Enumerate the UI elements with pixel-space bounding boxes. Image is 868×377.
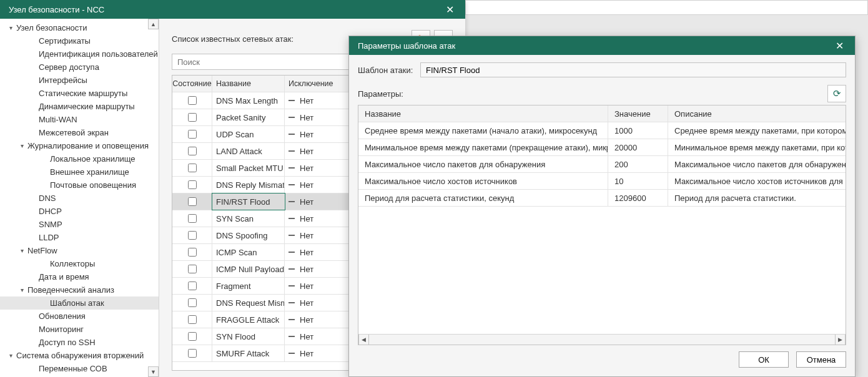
dash-icon [289,319,295,320]
state-cell [172,328,212,345]
tree-item[interactable]: Почтовые оповещения [0,179,159,192]
tree-item[interactable]: Интерфейсы [0,74,159,87]
tree-item[interactable]: Доступ по SSH [0,336,159,349]
exclusion-cell: Нет [285,210,336,227]
close-icon[interactable]: ✕ [440,0,459,19]
state-checkbox[interactable] [188,147,197,155]
tree-item-label: Доступ по SSH [37,338,96,347]
param-value[interactable]: 1209600 [608,190,668,206]
tree-item[interactable]: Локальное хранилище [0,152,159,165]
exclusion-value: Нет [300,130,313,139]
col-name[interactable]: Название [358,105,608,122]
param-value[interactable]: 20000 [608,139,668,155]
ok-button[interactable]: ОК [739,351,789,368]
state-checkbox[interactable] [188,298,197,307]
tree-item[interactable]: Шаблоны атак [0,296,159,310]
state-checkbox[interactable] [188,265,197,273]
table-row[interactable]: Среднее время между пакетами (начало ата… [358,122,846,139]
tree-item[interactable]: Сервер доступа [0,61,159,74]
tree-item[interactable]: Межсетевой экран [0,126,159,139]
tree-item[interactable]: Идентификация пользователей [0,47,159,61]
table-row[interactable]: Максимальное число хостов источников10Ма… [358,173,846,190]
col-name[interactable]: Название [212,76,285,92]
tree-item[interactable]: Дата и время [0,270,159,283]
param-value[interactable]: 1000 [608,122,668,139]
scroll-left-icon[interactable]: ◀ [358,335,369,345]
attack-name: DNS Max Length [212,92,285,109]
state-checkbox[interactable] [188,214,197,223]
tree-item[interactable]: Мониторинг [0,323,159,336]
dash-icon [289,252,295,253]
scroll-right-icon[interactable]: ▶ [835,335,846,345]
col-description[interactable]: Описание [668,105,846,122]
dash-icon [289,218,295,219]
exclusion-cell: Нет [285,92,336,109]
state-checkbox[interactable] [188,332,197,341]
param-name: Период для расчета статистики, секунд [358,190,608,206]
table-row[interactable]: Минимальное время между пакетами (прекра… [358,139,846,156]
col-exclusion[interactable]: Исключение [285,76,336,92]
dash-icon [289,117,295,118]
scroll-up-button[interactable]: ▲ [148,19,159,29]
tree-item[interactable]: LLDP [0,231,159,244]
tree-item[interactable]: ▾Поведенческий анализ [0,283,159,296]
background-toolbar [465,0,868,15]
scroll-down-button[interactable]: ▼ [148,366,159,377]
tree-item[interactable]: Обновления [0,310,159,323]
tree-item[interactable]: ▾Система обнаружения вторжений [0,349,159,362]
exclusion-value: Нет [300,231,313,240]
state-checkbox[interactable] [188,113,197,122]
state-checkbox[interactable] [188,248,197,257]
state-checkbox[interactable] [188,282,197,290]
state-checkbox[interactable] [188,349,197,358]
cancel-button[interactable]: Отмена [796,351,846,368]
tree-item[interactable]: Статические маршруты [0,87,159,100]
state-checkbox[interactable] [188,197,197,206]
state-cell [172,177,212,193]
table-row[interactable]: Максимальное число пакетов для обнаружен… [358,156,846,173]
tree-item-label: SNMP [37,220,62,229]
tree-item[interactable]: ▾Узел безопасности [0,21,159,34]
tree-item[interactable]: Динамические маршруты [0,100,159,113]
tree-item-label: Интерфейсы [37,76,87,85]
template-name-input[interactable] [420,62,846,77]
col-state[interactable]: Состояние [172,76,212,92]
table-row[interactable]: Период для расчета статистики, секунд120… [358,190,846,207]
tree-item[interactable]: Коллекторы [0,257,159,270]
tree-item[interactable]: DHCP [0,205,159,218]
state-checkbox[interactable] [188,315,197,324]
attack-name: Fragment [212,278,285,294]
horizontal-scrollbar[interactable]: ◀ ▶ [358,334,846,345]
state-checkbox[interactable] [188,180,197,189]
tree-item[interactable]: Сертификаты [0,34,159,47]
tree-item[interactable]: DNS [0,192,159,205]
state-checkbox[interactable] [188,96,197,105]
template-label: Шаблон атаки: [358,66,420,75]
state-checkbox[interactable] [188,231,197,240]
tree-item[interactable]: Внешнее хранилище [0,165,159,179]
exclusion-cell: Нет [285,177,336,193]
state-cell [172,143,212,159]
col-value[interactable]: Значение [608,105,668,122]
tree-container: ▾Узел безопасностиСертификатыИдентификац… [0,19,159,375]
param-value[interactable]: 10 [608,173,668,189]
exclusion-value: Нет [300,96,313,105]
param-value[interactable]: 200 [608,156,668,172]
tree-item[interactable]: ▾NetFlow [0,244,159,257]
param-table: Название Значение Описание Среднее время… [358,105,846,345]
state-cell [172,311,212,328]
tree-item[interactable]: SNMP [0,218,159,231]
state-checkbox[interactable] [188,164,197,172]
exclusion-cell: Нет [285,227,336,243]
tree-item[interactable]: ▾Журналирование и оповещения [0,139,159,152]
tree-item[interactable]: Multi-WAN [0,113,159,126]
close-icon[interactable]: ✕ [830,36,849,55]
exclusion-cell: Нет [285,345,336,361]
expand-arrow-icon: ▾ [17,142,26,149]
state-checkbox[interactable] [188,130,197,139]
tree-item-label: Журналирование и оповещения [26,141,149,150]
param-description: Среднее время между пакетами, при которо… [668,122,846,139]
tree-item[interactable]: Переменные СОВ [0,362,159,375]
tree-item-label: Внешнее хранилище [49,167,129,177]
refresh-button[interactable]: ⟳ [827,85,846,102]
